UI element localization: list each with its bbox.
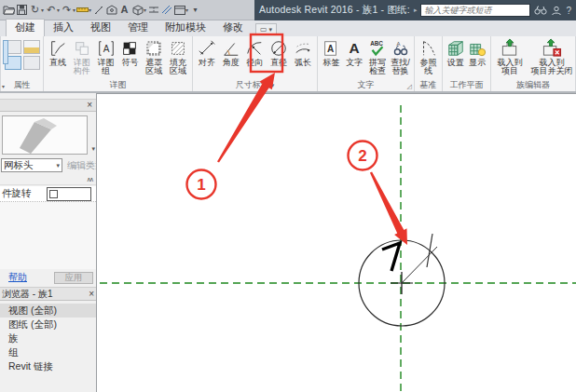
properties-filter-row: ∧∧	[0, 175, 96, 185]
type-selector[interactable]: 网标头 ▾	[1, 158, 62, 172]
angular-dimension-icon	[221, 38, 241, 58]
section-icon[interactable]	[147, 2, 159, 18]
tree-item-sheets[interactable]: 图纸 (全部)	[0, 318, 96, 331]
symbol-button[interactable]: 符号	[117, 38, 142, 67]
spelling-button[interactable]: ABC 拼写 检查	[366, 38, 390, 75]
measure-icon[interactable]	[76, 2, 89, 18]
panel-workplane: 设置 显示 工作平面	[443, 36, 491, 91]
properties-close-icon[interactable]: ×	[87, 100, 92, 110]
preview-dropdown-icon[interactable]: ▾	[91, 145, 95, 153]
view-caret-icon[interactable]: ▾	[144, 7, 146, 13]
edit-type-label: 编辑类型	[67, 159, 97, 172]
measure-caret-icon[interactable]: ▾	[89, 7, 91, 13]
radial-dimension-button[interactable]: 径向	[243, 38, 267, 67]
masking-region-button[interactable]: 遮罩 区域	[142, 38, 166, 75]
masking-region-icon	[144, 38, 164, 58]
filled-region-button[interactable]: 填充 区域	[166, 38, 190, 75]
search-input[interactable]	[420, 4, 530, 17]
text-button[interactable]: A 文字	[343, 38, 366, 67]
detail-component-button[interactable]: 详图 构件	[70, 38, 94, 75]
thin-lines-icon[interactable]	[160, 2, 172, 18]
panel-label-text[interactable]: 文字	[318, 79, 414, 91]
text-qat-icon[interactable]: A	[118, 2, 130, 18]
project-browser-close-icon[interactable]: ×	[89, 289, 94, 299]
find-replace-button[interactable]: A 查找/ 替换	[389, 38, 412, 75]
cropped-selection-icon	[3, 40, 8, 64]
properties-help-link[interactable]: 帮助	[3, 271, 27, 284]
titlebar: ↻▾ ↶▾ ↷▾ ▾ A ▾ ▾ ▾ Autodesk Revit 2016 -…	[0, 0, 576, 20]
line-icon	[48, 38, 68, 58]
family-connections-button[interactable]	[23, 56, 40, 70]
tree-item-families[interactable]: 族	[0, 331, 96, 345]
sign-in-icon[interactable]	[551, 6, 562, 16]
ui-caret-icon[interactable]: ▾	[185, 7, 188, 13]
property-value-cell[interactable]	[47, 187, 91, 201]
load-into-project-button[interactable]: 载入到 项目	[493, 38, 527, 75]
panel-label-properties[interactable]: 属性	[1, 79, 43, 91]
type-preview[interactable]	[2, 115, 88, 155]
save-icon[interactable]	[16, 2, 28, 18]
symbol-icon	[119, 38, 140, 58]
tab-manage[interactable]: 管理	[119, 20, 157, 36]
panel-dropdown-icon: ▾	[271, 82, 275, 89]
qat-overflow-icon[interactable]: ▾	[189, 2, 201, 18]
tree-item-groups[interactable]: 组	[0, 345, 96, 359]
panel-label-detail[interactable]: 详图	[44, 79, 192, 91]
arc-length-dimension-button[interactable]: 弧长	[291, 38, 315, 67]
filled-region-icon	[168, 38, 188, 58]
reference-line-button[interactable]: 参照 线	[417, 38, 440, 75]
aligned-dimension-button[interactable]: 对齐	[195, 38, 219, 67]
dialog-launcher-icon[interactable]: ◿	[407, 83, 412, 90]
undo-icon[interactable]: ↶	[45, 2, 57, 18]
tab-create[interactable]: 创建	[6, 19, 45, 36]
tab-modify[interactable]: 修改	[214, 20, 252, 36]
sync-icon[interactable]: ↻	[29, 2, 41, 18]
set-workplane-button[interactable]: 设置	[445, 38, 467, 67]
line-button[interactable]: 直线	[46, 38, 70, 67]
ribbon-display-toggle[interactable]: ▭▾	[255, 23, 277, 35]
search-binoculars-icon[interactable]	[534, 6, 547, 15]
panel-label-datum[interactable]: 基准	[415, 79, 442, 91]
label-button[interactable]: A 标签	[320, 38, 343, 67]
tag-icon[interactable]	[105, 2, 117, 18]
family-types-button[interactable]	[23, 40, 40, 54]
detail-group-button[interactable]: A 详图 组	[94, 38, 118, 75]
default-3d-view-icon[interactable]	[131, 2, 144, 18]
angular-dimension-button[interactable]: 角度	[219, 38, 243, 67]
panel-family-editor: 载入到 项目 载入到 项目并关闭 族编辑器	[491, 36, 576, 91]
sync-caret-icon[interactable]: ▾	[41, 7, 44, 13]
tree-item-views[interactable]: 视图 (全部)	[0, 304, 96, 318]
diameter-dimension-button[interactable]: 直径	[267, 38, 291, 67]
apply-button[interactable]: 应用	[54, 272, 93, 284]
panel-label-workplane[interactable]: 工作平面	[443, 79, 490, 91]
radial-dimension-icon	[244, 38, 265, 58]
properties-palette: × ▾ 网标头 ▾ 编辑类型 ∧∧ 件旋转 帮助 应用 浏览	[0, 93, 97, 392]
arc-length-icon	[293, 38, 313, 58]
rotate-checkbox[interactable]	[49, 190, 58, 198]
svg-text:A: A	[350, 40, 360, 56]
edit-type-button[interactable]: 编辑类型	[65, 158, 97, 172]
diameter-dimension-icon	[268, 38, 289, 58]
title-caret-icon[interactable]: ▸	[414, 7, 418, 14]
tree-item-revit-links[interactable]: Revit 链接	[0, 359, 96, 373]
tab-insert[interactable]: 插入	[45, 20, 82, 36]
tab-view[interactable]: 视图	[82, 20, 119, 36]
undo-caret-icon[interactable]: ▾	[57, 7, 60, 13]
redo-icon[interactable]: ↷	[61, 2, 73, 18]
tab-addins[interactable]: 附加模块	[157, 20, 214, 36]
open-file-icon[interactable]	[3, 2, 15, 18]
user-interface-icon[interactable]	[173, 2, 185, 18]
drawing-canvas[interactable]	[97, 93, 576, 392]
collapse-chevron-icon[interactable]: ∧∧	[87, 176, 92, 183]
load-into-project-and-close-button[interactable]: 载入到 项目并关闭	[530, 38, 573, 75]
panel-label-dimension[interactable]: 尺寸标注▾	[193, 79, 317, 91]
help-menu-icon-cropped[interactable]: ?	[566, 6, 571, 16]
aligned-dimension-icon[interactable]	[92, 2, 104, 18]
find-replace-icon: A	[391, 38, 411, 58]
show-workplane-button[interactable]: 显示	[467, 38, 489, 67]
project-browser-tree: 视图 (全部) 图纸 (全部) 族 组 Revit 链接	[0, 304, 96, 373]
text-icon: A	[344, 38, 364, 58]
panel-label-family-editor[interactable]: 族编辑器	[491, 79, 575, 91]
redo-caret-icon[interactable]: ▾	[73, 7, 75, 13]
svg-text:ABC: ABC	[370, 40, 383, 47]
